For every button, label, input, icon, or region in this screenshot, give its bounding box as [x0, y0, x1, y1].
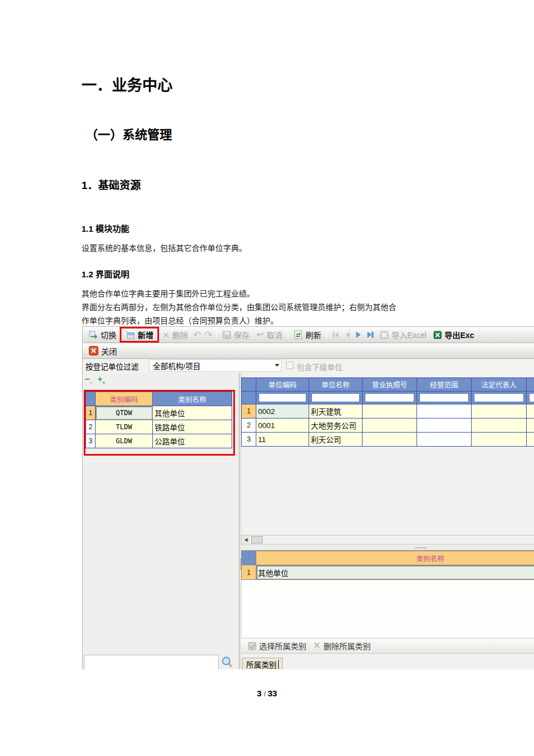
- secondary-toolbar: 关闭: [83, 343, 534, 359]
- row-number: 1: [242, 565, 256, 580]
- page-current: 3: [257, 688, 261, 698]
- toolbar-separator: [327, 330, 327, 340]
- left-header-name[interactable]: 类别名称: [153, 392, 232, 406]
- table-row[interactable]: 2 TLDW 铁路单位: [86, 420, 232, 434]
- lower-panel-blank: [242, 580, 534, 638]
- units-header-name[interactable]: 单位名称: [309, 378, 363, 392]
- unit-code-cell[interactable]: 0001: [256, 418, 309, 433]
- unit-legal-rep-cell[interactable]: [472, 433, 527, 447]
- page-total: 33: [268, 688, 277, 698]
- table-row[interactable]: 3 11 利天公司: [242, 433, 534, 447]
- scrollbar-thumb[interactable]: [251, 536, 263, 543]
- first-page-icon: [332, 331, 340, 338]
- unit-name-cell[interactable]: 大地劳务公司: [309, 418, 363, 433]
- column-filter-input[interactable]: [311, 393, 360, 402]
- unit-extra-cell[interactable]: [527, 433, 534, 447]
- prev-page-button[interactable]: [342, 330, 353, 339]
- row-number: 1: [86, 406, 96, 420]
- org-filter-dropdown[interactable]: 全部机构/项目: [149, 359, 282, 372]
- unit-name-cell[interactable]: 利天建筑: [309, 404, 363, 418]
- module-function-text: 设置系统的基本信息，包括其它合作单位字典。: [82, 242, 247, 253]
- select-category-button[interactable]: 选择所属类别: [245, 639, 310, 652]
- category-code-cell[interactable]: GLDW: [96, 434, 153, 448]
- unit-name-cell[interactable]: 利天公司: [309, 433, 363, 447]
- redo-button[interactable]: ↷: [203, 329, 214, 341]
- cancel-icon: ↩: [256, 330, 264, 339]
- category-code-cell[interactable]: TLDW: [96, 420, 153, 434]
- include-sub-units-checkbox[interactable]: [286, 362, 293, 369]
- category-name-cell[interactable]: 公路单位: [153, 434, 232, 448]
- delete-button[interactable]: ✕ 删除: [159, 328, 192, 341]
- units-header-legal-rep[interactable]: 法定代表人: [472, 378, 527, 392]
- last-page-icon: [366, 331, 374, 338]
- search-input[interactable]: [84, 655, 219, 669]
- tab-owning-category[interactable]: 所属类别: [242, 658, 283, 669]
- export-excel-button[interactable]: 导出Exc: [430, 328, 478, 341]
- units-header-code[interactable]: 单位编码: [256, 378, 309, 392]
- ui-description-line3: 作单位字典列表，由项目总经（合同预算负责人）维护。: [82, 314, 278, 326]
- unit-scope-cell[interactable]: [417, 433, 472, 447]
- column-filter-input[interactable]: [259, 393, 306, 402]
- plus-icon: ++: [97, 374, 105, 384]
- next-page-button[interactable]: [353, 330, 364, 339]
- unit-scope-cell[interactable]: [417, 418, 472, 433]
- column-filter-input[interactable]: [419, 393, 469, 402]
- unit-license-cell[interactable]: [363, 433, 417, 447]
- delete-icon: ✕: [162, 331, 170, 339]
- undo-icon: ↶: [193, 330, 201, 340]
- unit-legal-rep-cell[interactable]: [472, 418, 527, 433]
- table-row[interactable]: 1 0002 利天建筑: [242, 404, 534, 418]
- last-page-button[interactable]: [364, 330, 377, 339]
- cancel-button[interactable]: ↩ 取消: [253, 328, 286, 341]
- save-button[interactable]: 保存: [219, 328, 253, 341]
- undo-button[interactable]: ↶: [192, 329, 203, 341]
- units-header-scope[interactable]: 经营范围: [417, 378, 472, 392]
- expand-all-button[interactable]: ++: [97, 375, 105, 385]
- left-header-code[interactable]: 类别编码: [96, 392, 153, 406]
- tab-owning-category-label: 所属类别: [246, 659, 277, 670]
- unit-legal-rep-cell[interactable]: [472, 404, 527, 418]
- units-table: 单位编码 单位名称 营业执照号 经营范围 法定代表人 法 1 0002 利天建筑: [241, 377, 534, 447]
- unit-license-cell[interactable]: [363, 404, 417, 418]
- horizontal-scrollbar[interactable]: ◀: [241, 535, 534, 544]
- first-page-button[interactable]: [329, 330, 342, 339]
- import-excel-button[interactable]: 导入Excel: [377, 328, 429, 341]
- remove-category-button[interactable]: ✕ 删除所属类别: [310, 639, 374, 652]
- column-filter-input[interactable]: [365, 393, 414, 402]
- unit-extra-cell[interactable]: [527, 418, 534, 433]
- horizontal-splitter[interactable]: ▪▪▪▪▪▪: [241, 545, 534, 551]
- include-sub-units-label: 包含下级单位: [297, 361, 342, 372]
- table-row[interactable]: 3 GLDW 公路单位: [86, 434, 232, 448]
- add-button[interactable]: 新增: [123, 328, 156, 341]
- toolbar-separator: [216, 330, 217, 340]
- search-icon[interactable]: [221, 656, 233, 668]
- units-header-partial[interactable]: 法: [527, 378, 534, 392]
- unit-extra-cell[interactable]: [527, 404, 534, 418]
- table-row[interactable]: 1 其他单位: [242, 565, 534, 580]
- column-filter-input[interactable]: [474, 393, 524, 402]
- category-actions-toolbar: 选择所属类别 ✕ 删除所属类别: [241, 638, 534, 654]
- left-corner-header: [86, 392, 96, 406]
- next-page-icon: [355, 331, 362, 338]
- unit-category-header[interactable]: 类别名称: [256, 551, 534, 565]
- scroll-left-button[interactable]: ◀: [242, 536, 250, 544]
- unit-code-cell[interactable]: 0002: [256, 404, 309, 418]
- unit-code-cell[interactable]: 11: [256, 433, 309, 447]
- table-row[interactable]: 1 QTDW 其他单位: [86, 406, 232, 420]
- switch-button[interactable]: 切换: [85, 328, 120, 341]
- close-icon: [89, 346, 98, 356]
- unit-category-cell[interactable]: 其他单位: [256, 565, 534, 580]
- collapse-all-button[interactable]: −−: [85, 375, 92, 385]
- column-filter-input[interactable]: [529, 393, 534, 402]
- unit-license-cell[interactable]: [363, 418, 417, 433]
- category-name-cell[interactable]: 其他单位: [153, 406, 232, 420]
- unit-scope-cell[interactable]: [417, 404, 472, 418]
- redo-icon: ↷: [205, 330, 212, 340]
- category-name-cell[interactable]: 铁路单位: [153, 420, 232, 434]
- category-code-cell[interactable]: QTDW: [96, 406, 153, 420]
- units-header-license[interactable]: 营业执照号: [363, 378, 417, 392]
- close-button[interactable]: 关闭: [85, 344, 120, 358]
- ui-description-line1: 其他合作单位字典主要用于集团外已完工程业绩。: [82, 287, 255, 299]
- refresh-button[interactable]: 刷新: [291, 328, 324, 341]
- table-row[interactable]: 2 0001 大地劳务公司: [242, 418, 534, 433]
